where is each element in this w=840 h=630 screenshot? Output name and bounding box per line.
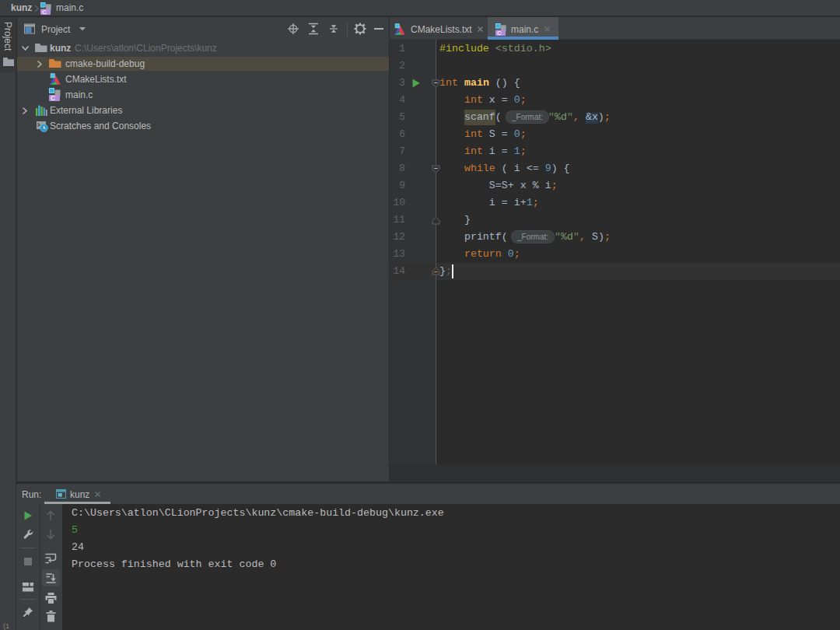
svg-text:C: C xyxy=(51,94,55,101)
svg-text:C: C xyxy=(42,9,47,15)
svg-text:C: C xyxy=(497,30,502,36)
